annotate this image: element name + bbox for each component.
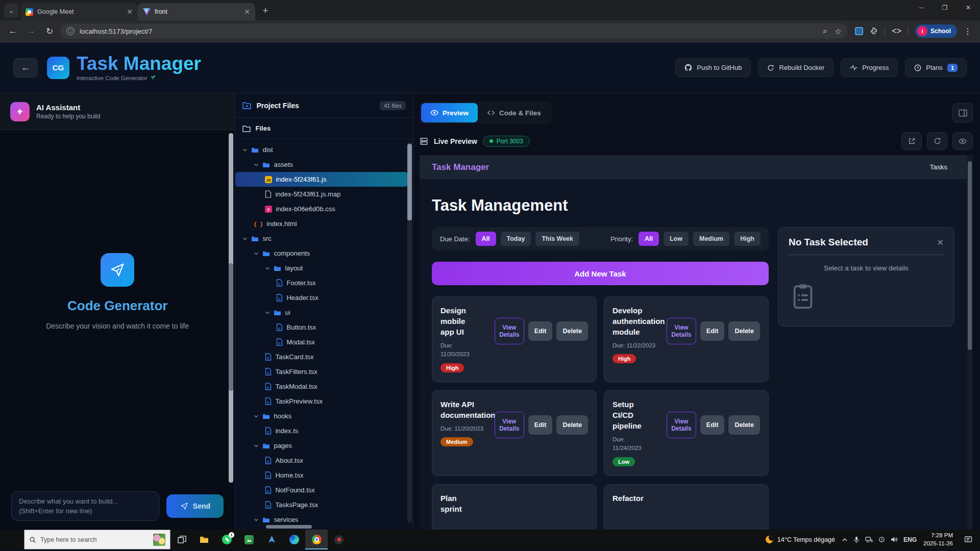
onedrive-sync-icon[interactable] [878,536,885,543]
delete-button[interactable]: Delete [728,321,760,341]
language-indicator[interactable]: ENG [903,536,917,543]
tree-file-index-5f243f61-js-map[interactable]: index-5f243f61.js.map [235,187,408,202]
start-button[interactable] [0,530,24,549]
open-external-button[interactable] [901,132,922,150]
toggle-panel-button[interactable] [952,103,973,122]
task-card-develop-authentication-module[interactable]: Develop authentication moduleDue: 11/22/… [604,296,769,382]
tree-folder-ui[interactable]: ui [235,305,408,320]
tree-file-taskmodal-tsx[interactable]: TaskModal.tsx [235,379,408,394]
taskbar-chrome-icon[interactable] [305,530,328,549]
taskbar-app-dark-icon[interactable] [328,530,350,549]
plans-button[interactable]: Plans1 [905,58,967,77]
tree-folder-assets[interactable]: assets [235,157,408,172]
taskbar-whatsapp-icon[interactable]: 1 [215,530,238,549]
profile-chip[interactable]: i School [915,24,957,38]
prompt-input[interactable]: Describe what you want to build... (Shif… [11,491,159,521]
devtools-code-icon[interactable]: <> [892,27,901,36]
tree-file-button-tsx[interactable]: Button.tsx [235,320,408,335]
refresh-preview-button[interactable] [927,132,947,150]
push-to-github-button[interactable]: Push to GitHub [675,58,751,77]
back-nav-icon[interactable]: ← [5,23,20,39]
add-new-task-button[interactable]: Add New Task [432,262,769,285]
priority-filter-all[interactable]: All [639,232,659,246]
files-horizontal-scrollbar[interactable] [266,525,312,529]
delete-button[interactable]: Delete [728,415,760,435]
tree-folder-services[interactable]: services [235,512,408,527]
edit-button[interactable]: Edit [700,415,725,435]
tree-folder-components[interactable]: components [235,246,408,261]
reload-icon[interactable]: ↻ [42,23,57,39]
due-date-filter-today[interactable]: Today [501,232,531,246]
nav-link-tasks[interactable]: Tasks [929,163,947,171]
due-date-filter-this-week[interactable]: This Week [535,232,579,246]
delete-button[interactable]: Delete [556,415,588,435]
bookmark-star-icon[interactable]: ☆ [835,27,842,36]
priority-filter-medium[interactable]: Medium [693,232,729,246]
tree-file-home-tsx[interactable]: Home.tsx [235,468,408,483]
edit-button[interactable]: Edit [528,415,553,435]
tree-folder-hooks[interactable]: hooks [235,409,408,423]
view-details-button[interactable]: View Details [667,412,696,438]
taskbar-file-explorer-icon[interactable] [193,530,215,549]
microphone-icon[interactable] [853,536,860,543]
action-center-icon[interactable] [960,536,977,543]
new-tab-button[interactable]: + [258,4,273,18]
browser-tab-front[interactable]: front ✕ [138,3,255,20]
tab-code-files[interactable]: Code & Files [478,103,550,122]
tree-file-index-5f243f61-js[interactable]: JSindex-5f243f61.js [235,172,408,187]
files-root-row[interactable]: Files [235,118,413,139]
task-card-design-mobile-app-ui[interactable]: Design mobile app UIDue: 11/20/2023HighV… [432,296,597,382]
minimize-button[interactable]: ─ [910,0,933,15]
close-button[interactable]: ✕ [957,0,980,15]
taskbar-edge-icon[interactable] [283,530,305,549]
taskbar-app-blue-icon[interactable] [260,530,283,549]
close-detail-icon[interactable]: ✕ [937,238,944,247]
tree-file-footer-tsx[interactable]: Footer.tsx [235,276,408,290]
extensions-icon[interactable] [870,27,878,35]
delete-button[interactable]: Delete [556,321,588,341]
tray-expand-icon[interactable] [842,537,848,543]
task-card-refactor[interactable]: Refactor [604,484,769,530]
rebuild-docker-button[interactable]: Rebuild Docker [758,58,834,77]
scrollbar-thumb[interactable] [407,144,412,220]
tree-file-index-html[interactable]: { }index.html [235,216,408,231]
scrollbar-thumb[interactable] [229,263,233,391]
tree-folder-layout[interactable]: layout [235,261,408,276]
tree-file-about-tsx[interactable]: About.tsx [235,453,408,468]
tree-file-modal-tsx[interactable]: Modal.tsx [235,335,408,349]
priority-filter-high[interactable]: High [734,232,761,246]
priority-filter-low[interactable]: Low [664,232,689,246]
tree-file-index-ts[interactable]: index.ts [235,423,408,438]
view-details-button[interactable]: View Details [667,318,696,344]
due-date-filter-all[interactable]: All [476,232,496,246]
speaker-icon[interactable] [891,536,898,543]
weather-widget[interactable]: 14°C Temps dégagé [766,536,835,543]
tree-folder-src[interactable]: src [235,231,408,246]
ai-panel-scrollbar[interactable] [229,133,233,483]
taskbar-search[interactable]: Type here to search [24,530,170,549]
browser-menu-icon[interactable]: ⋮ [964,27,972,36]
edit-button[interactable]: Edit [700,321,725,341]
tree-folder-dist[interactable]: dist [235,142,408,157]
tab-close-icon[interactable]: ✕ [244,8,250,16]
clock[interactable]: 7:28 PM 2025-11-26 [923,532,953,547]
tree-file-taskcard-tsx[interactable]: TaskCard.tsx [235,349,408,364]
forward-nav-icon[interactable]: → [23,23,39,39]
tree-file-index-b06e6d0b-css[interactable]: #index-b06e6d0b.css [235,202,408,216]
edit-button[interactable]: Edit [528,321,553,341]
preview-visibility-button[interactable] [952,132,973,150]
screenshot-tool-icon[interactable] [855,27,863,35]
task-card-plan-sprint[interactable]: Plan sprint [432,484,597,530]
taskbar-app-green-icon[interactable] [238,530,260,549]
taskbar-task-view-icon[interactable] [170,530,193,549]
preview-scrollbar[interactable] [967,155,973,530]
browser-tab-google-meet[interactable]: Google Meet ✕ [20,3,138,20]
tab-close-icon[interactable]: ✕ [127,8,133,16]
tab-preview[interactable]: Preview [421,103,478,122]
app-back-button[interactable]: ← [13,58,38,78]
task-card-setup-ci-cd-pipeline[interactable]: Setup CI/CD pipelineDue: 11/24/2023LowVi… [604,390,769,476]
view-details-button[interactable]: View Details [495,412,524,438]
maximize-button[interactable]: ❐ [933,0,957,15]
zoom-icon[interactable]: ⌕ [823,27,827,36]
network-icon[interactable] [865,536,873,543]
